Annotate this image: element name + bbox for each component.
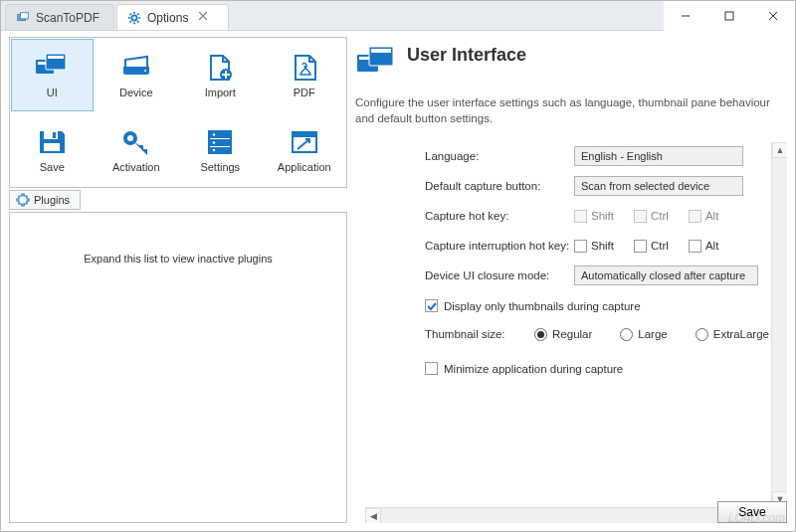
minimize-app-checkbox[interactable] [425, 362, 438, 375]
category-application[interactable]: Application [263, 112, 347, 187]
panel-title: User Interface [407, 45, 526, 66]
language-label: Language: [425, 150, 574, 162]
category-ui-label: UI [47, 87, 58, 98]
category-application-label: Application [278, 161, 331, 173]
category-import[interactable]: Import [178, 38, 263, 112]
thumb-large-radio[interactable] [620, 328, 633, 341]
display-thumbs-label: Display only thumbnails during capture [444, 300, 641, 312]
svg-point-29 [127, 135, 133, 141]
svg-rect-42 [371, 49, 391, 53]
category-device-label: Device [119, 87, 153, 98]
ui-icon [34, 53, 70, 83]
category-grid-panel: UI Device Import [9, 37, 347, 188]
svg-rect-20 [48, 56, 64, 59]
category-save[interactable]: Save [10, 112, 95, 187]
tab-scantopdf-label: ScanToPDF [36, 11, 100, 25]
svg-point-35 [213, 141, 215, 143]
plugins-icon [16, 193, 30, 207]
settings-icon [202, 127, 238, 157]
device-ui-closure-label: Device UI closure mode: [425, 269, 574, 281]
svg-rect-33 [209, 147, 231, 153]
svg-point-2 [131, 15, 136, 20]
capture-hotkey-shift-checkbox [574, 210, 587, 223]
svg-line-9 [130, 21, 131, 22]
panel-description: Configure the user interface settings su… [355, 94, 781, 126]
capture-hotkey-label: Capture hot key: [425, 210, 574, 222]
svg-rect-14 [725, 12, 733, 20]
tabs-strip: ScanToPDF Options [1, 1, 664, 31]
category-pdf[interactable]: PDF [263, 38, 347, 112]
import-icon [202, 53, 238, 83]
svg-point-34 [213, 133, 215, 135]
right-column: User Interface Configure the user interf… [351, 37, 787, 523]
svg-line-10 [137, 13, 138, 14]
horizontal-scrollbar[interactable]: ◀ ▶ [365, 507, 771, 523]
scroll-up-icon[interactable]: ▲ [772, 142, 787, 158]
gear-icon [127, 11, 141, 25]
panel-header-icon [355, 45, 397, 81]
svg-point-21 [144, 70, 146, 72]
svg-point-36 [213, 148, 215, 150]
svg-rect-26 [53, 132, 56, 138]
language-field[interactable]: English - English [574, 146, 743, 166]
category-ui[interactable]: UI [11, 39, 94, 111]
interrupt-hotkey-ctrl-checkbox[interactable] [634, 240, 647, 253]
category-settings[interactable]: Settings [178, 112, 263, 187]
category-save-label: Save [40, 161, 65, 173]
device-icon [118, 53, 154, 83]
category-activation[interactable]: Activation [95, 112, 179, 187]
close-button[interactable] [751, 2, 795, 30]
left-column: UI Device Import [9, 37, 347, 523]
app-logo-icon [16, 11, 30, 25]
category-device[interactable]: Device [95, 38, 179, 112]
plugins-button[interactable]: Plugins [9, 190, 81, 210]
category-pdf-label: PDF [294, 87, 315, 98]
plugins-button-label: Plugins [34, 194, 70, 206]
tab-scantopdf[interactable]: ScanToPDF [5, 4, 114, 30]
settings-scroll-area: Language: English - English Default capt… [365, 142, 787, 523]
thumb-regular-radio[interactable] [534, 328, 547, 341]
svg-rect-32 [209, 139, 231, 146]
activation-icon [118, 127, 154, 157]
capture-hotkey-ctrl-checkbox [634, 210, 647, 223]
svg-rect-31 [209, 131, 231, 138]
minimize-app-label: Minimize application during capture [444, 363, 623, 375]
svg-rect-38 [293, 132, 316, 137]
plugins-panel[interactable]: Expand this list to view inactive plugin… [9, 212, 347, 523]
category-import-label: Import [205, 87, 236, 98]
save-icon [34, 127, 70, 157]
scroll-left-icon[interactable]: ◀ [365, 508, 381, 523]
default-capture-field[interactable]: Scan from selected device [574, 176, 743, 196]
window-controls [664, 1, 795, 31]
tab-close-icon[interactable] [198, 10, 214, 26]
device-ui-closure-field[interactable]: Automatically closed after capture [574, 266, 758, 285]
thumb-extralarge-radio[interactable] [696, 328, 708, 341]
category-settings-label: Settings [200, 161, 240, 173]
category-activation-label: Activation [112, 161, 160, 173]
maximize-button[interactable] [707, 2, 751, 30]
panel-header: User Interface [351, 37, 787, 87]
app-window: ScanToPDF Options [0, 0, 796, 532]
pdf-icon [287, 53, 322, 83]
content-area: UI Device Import [1, 31, 795, 531]
svg-rect-1 [20, 12, 28, 18]
minimize-button[interactable] [664, 2, 707, 30]
svg-line-8 [137, 21, 138, 22]
capture-hotkey-alt-checkbox [689, 210, 701, 223]
vertical-scrollbar[interactable]: ▲ ▼ [771, 142, 787, 507]
application-icon [287, 127, 322, 157]
plugins-panel-text: Expand this list to view inactive plugin… [84, 253, 273, 265]
titlebar: ScanToPDF Options [1, 1, 795, 31]
thumb-size-label: Thumbnail size: [425, 328, 534, 340]
display-thumbs-checkbox[interactable] [425, 299, 438, 312]
svg-line-7 [130, 13, 131, 14]
interrupt-hotkey-alt-checkbox[interactable] [689, 240, 701, 253]
tab-options-label: Options [147, 11, 188, 25]
interrupt-hotkey-label: Capture interruption hot key: [425, 240, 574, 252]
default-capture-label: Default capture button: [425, 180, 574, 192]
interrupt-hotkey-shift-checkbox[interactable] [574, 240, 587, 253]
save-button[interactable]: Save [717, 501, 787, 523]
svg-rect-27 [44, 143, 60, 151]
tab-options[interactable]: Options [116, 4, 229, 30]
